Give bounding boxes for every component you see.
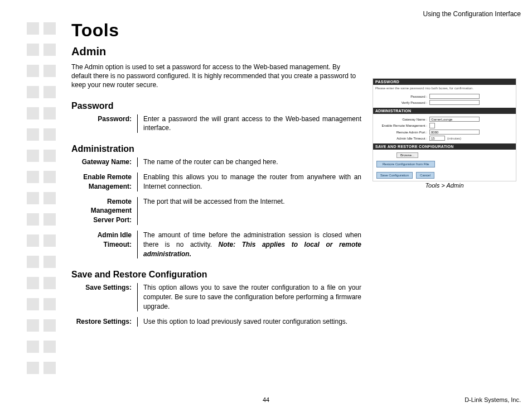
row-password: Password: Enter a password the will gran…: [71, 114, 361, 133]
decorative-sidebar: [27, 22, 60, 374]
row-remote-port: Remote Management Server Port: The port …: [71, 197, 361, 225]
password-list: Password: Enter a password the will gran…: [71, 114, 361, 133]
inset-port-input[interactable]: 8080: [429, 130, 480, 135]
desc-remote-port: The port that will be accessed from the …: [143, 197, 361, 207]
administration-list: Gateway Name: The name of the router can…: [71, 157, 361, 258]
page-number: 44: [263, 396, 269, 403]
term-idle-timeout: Admin Idle Timeout:: [71, 231, 137, 250]
inset-restore-button[interactable]: Restore Configuration from File: [376, 161, 435, 167]
term-save-settings: Save Settings:: [71, 283, 137, 293]
section-subtitle: Admin: [71, 45, 506, 58]
save-restore-list: Save Settings: This option allows you to…: [71, 283, 361, 326]
inset-pw-label: Password :: [376, 95, 429, 98]
page-title: Tools: [71, 20, 506, 41]
row-idle-timeout: Admin Idle Timeout: The amount of time b…: [71, 231, 361, 258]
inset-admin-header: ADMINISTRATION: [373, 108, 516, 114]
inset-password-hint: Please enter the same password into both…: [373, 85, 516, 93]
row-gateway-name: Gateway Name: The name of the router can…: [71, 157, 361, 167]
term-enable-remote: Enable Remote Management:: [71, 173, 137, 191]
desc-password: Enter a password the will grant access t…: [143, 114, 361, 133]
inset-erm-checkbox[interactable]: [429, 123, 435, 128]
inset-pw2-input[interactable]: [429, 100, 480, 105]
heading-save-restore: Save and Restore Configuration: [71, 270, 506, 280]
inset-gw-input[interactable]: GamerLounge: [429, 117, 480, 122]
desc-restore-settings: Use this option to load previously saved…: [143, 317, 361, 327]
term-password: Password:: [71, 114, 137, 124]
intro-paragraph: The Admin option is used to set a passwo…: [71, 63, 361, 90]
term-remote-port: Remote Management Server Port:: [71, 197, 137, 225]
term-restore-settings: Restore Settings:: [71, 317, 137, 327]
inset-gw-label: Gateway Name :: [376, 118, 429, 121]
term-gateway-name: Gateway Name:: [71, 157, 137, 167]
inset-port-label: Remote Admin Port :: [376, 131, 429, 134]
row-save-settings: Save Settings: This option allows you to…: [71, 283, 361, 311]
inset-idle-label: Admin Idle Timeout :: [376, 137, 429, 140]
inset-screenshot: PASSWORD Please enter the same password …: [373, 78, 516, 181]
inset-browse-button[interactable]: Browse...: [396, 152, 418, 158]
desc-save-settings: This option allows you to save the route…: [143, 283, 361, 311]
inset-pw-input[interactable]: [429, 94, 480, 99]
desc-idle-timeout: The amount of time before the administra…: [143, 231, 361, 258]
inset-save-header: SAVE AND RESTORE CONFIGURATION: [373, 143, 516, 150]
inset-erm-label: Enable Remote Management :: [376, 124, 429, 127]
footer-brand: D-Link Systems, Inc.: [465, 396, 521, 403]
inset-caption: Tools > Admin: [373, 182, 516, 189]
inset-idle-input[interactable]: 15: [429, 136, 445, 141]
header-right: Using the Configuration Interface: [423, 10, 521, 18]
inset-idle-unit: (minutes): [445, 137, 461, 140]
inset-pw2-label: Verify Password :: [376, 101, 429, 104]
inset-password-header: PASSWORD: [373, 79, 516, 85]
desc-enable-remote: Enabling this allows you to manage the r…: [143, 173, 361, 191]
inset-cancel-button[interactable]: Cancel: [416, 172, 434, 179]
row-restore-settings: Restore Settings: Use this option to loa…: [71, 317, 361, 327]
desc-gateway-name: The name of the router can be changed he…: [143, 157, 361, 167]
row-enable-remote: Enable Remote Management: Enabling this …: [71, 173, 361, 191]
inset-save-button[interactable]: Save Configuration: [376, 172, 413, 179]
